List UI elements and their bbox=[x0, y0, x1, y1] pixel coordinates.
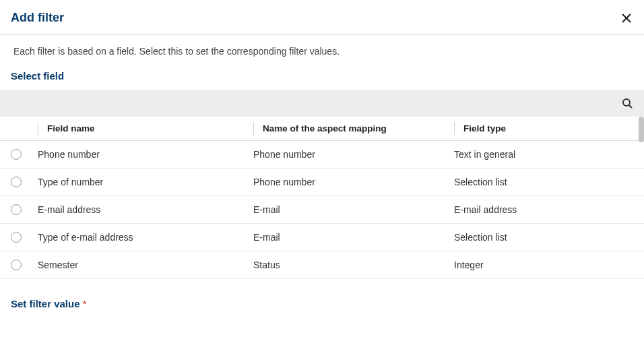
search-icon bbox=[622, 98, 633, 109]
cell-field-type: E-mail address bbox=[454, 196, 644, 224]
radio-cell bbox=[0, 251, 38, 279]
cell-field-type: Selection list bbox=[454, 224, 644, 251]
cell-aspect-mapping: Phone number bbox=[253, 169, 454, 196]
table-row[interactable]: Type of e-mail addressE-mailSelection li… bbox=[0, 224, 644, 251]
header-aspect-mapping[interactable]: Name of the aspect mapping bbox=[253, 117, 454, 141]
dialog-description: Each filter is based on a field. Select … bbox=[0, 35, 644, 70]
header-field-name[interactable]: Field name bbox=[38, 117, 253, 141]
table-row[interactable]: SemesterStatusInteger bbox=[0, 251, 644, 279]
cell-field-name: Semester bbox=[38, 251, 253, 279]
svg-point-2 bbox=[623, 99, 630, 106]
field-table: Field name Name of the aspect mapping Fi… bbox=[0, 117, 644, 279]
search-button[interactable] bbox=[621, 97, 633, 109]
select-field-heading: Select field bbox=[0, 70, 644, 90]
table-row[interactable]: Type of numberPhone numberSelection list bbox=[0, 169, 644, 196]
cell-field-name: E-mail address bbox=[38, 196, 253, 224]
radio-cell bbox=[0, 224, 38, 251]
cell-aspect-mapping: E-mail bbox=[253, 196, 454, 224]
cell-field-name: Type of e-mail address bbox=[38, 224, 253, 251]
cell-field-name: Type of number bbox=[38, 169, 253, 196]
radio-button[interactable] bbox=[11, 149, 22, 160]
cell-field-type: Selection list bbox=[454, 169, 644, 196]
cell-field-type: Text in general bbox=[454, 141, 644, 169]
radio-cell bbox=[0, 141, 38, 169]
cell-aspect-mapping: Status bbox=[253, 251, 454, 279]
header-field-type[interactable]: Field type bbox=[454, 117, 644, 141]
table-row[interactable]: Phone numberPhone numberText in general bbox=[0, 141, 644, 169]
svg-line-3 bbox=[629, 105, 632, 108]
cell-aspect-mapping: Phone number bbox=[253, 141, 454, 169]
radio-cell bbox=[0, 169, 38, 196]
cell-field-type: Integer bbox=[454, 251, 644, 279]
radio-button[interactable] bbox=[11, 260, 22, 270]
close-button[interactable] bbox=[620, 11, 633, 25]
dialog-title: Add filter bbox=[11, 11, 64, 25]
radio-button[interactable] bbox=[11, 204, 22, 215]
table-row[interactable]: E-mail addressE-mailE-mail address bbox=[0, 196, 644, 224]
radio-button[interactable] bbox=[11, 177, 22, 187]
set-filter-value-text: Set filter value bbox=[11, 298, 80, 309]
search-bar bbox=[0, 90, 644, 117]
set-filter-value-heading: Set filter value * bbox=[11, 298, 87, 309]
header-radio bbox=[0, 117, 38, 141]
radio-button[interactable] bbox=[11, 232, 22, 243]
required-asterisk: * bbox=[83, 298, 87, 309]
close-icon bbox=[621, 13, 632, 24]
radio-cell bbox=[0, 196, 38, 224]
cell-field-name: Phone number bbox=[38, 141, 253, 169]
cell-aspect-mapping: E-mail bbox=[253, 224, 454, 251]
